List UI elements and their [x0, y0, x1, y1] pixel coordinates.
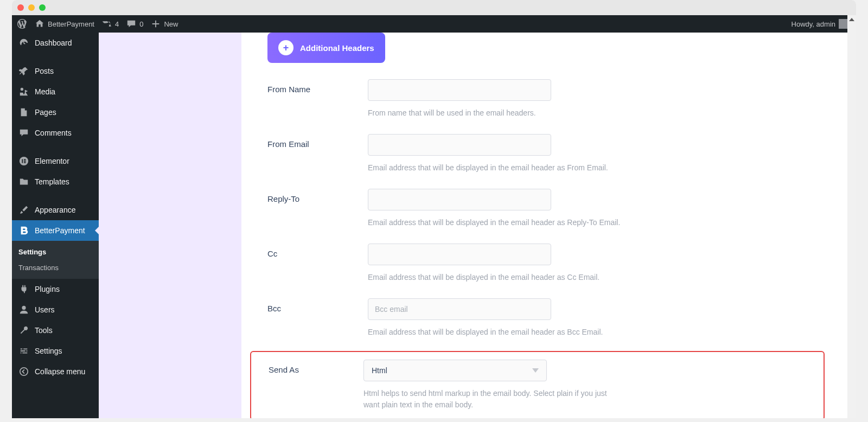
settings-side-panel	[99, 33, 241, 418]
comments-count: 0	[139, 20, 143, 28]
reply-to-label: Reply-To	[267, 189, 368, 228]
vertical-scrollbar[interactable]	[847, 15, 856, 418]
close-window-icon[interactable]	[17, 4, 24, 11]
comment-icon	[126, 19, 136, 29]
additional-headers-button[interactable]: + Additional Headers	[267, 33, 385, 63]
updates-count: 4	[115, 20, 119, 28]
chevron-down-icon	[532, 368, 539, 373]
from-email-label: From Email	[267, 134, 368, 174]
page-icon	[18, 107, 29, 118]
pin-icon	[18, 66, 29, 76]
from-name-hint: From name that will be used in the email…	[368, 101, 623, 119]
send-as-label: Send As	[269, 360, 363, 411]
menu-pages[interactable]: Pages	[12, 102, 99, 123]
bcc-hint: Email address that will be displayed in …	[368, 320, 623, 338]
wp-logo[interactable]	[17, 19, 27, 29]
submenu-settings[interactable]: Settings	[12, 244, 99, 260]
field-send-as: Send As Html Html helps to send html mar…	[269, 357, 810, 411]
svg-rect-4	[24, 162, 26, 163]
from-name-input[interactable]	[368, 79, 551, 101]
sliders-icon	[18, 346, 29, 356]
menu-label: Dashboard	[35, 39, 72, 47]
home-icon	[35, 19, 44, 29]
field-reply-to: Reply-To Email address that will be disp…	[267, 187, 830, 241]
menu-label: Collapse menu	[35, 367, 85, 376]
svg-rect-3	[24, 161, 26, 162]
dashboard-icon	[18, 37, 29, 48]
betterpayment-icon	[18, 225, 29, 236]
menu-label: Users	[35, 305, 55, 314]
submenu-transactions[interactable]: Transactions	[12, 260, 99, 276]
menu-elementor[interactable]: Elementor	[12, 151, 99, 171]
cc-input[interactable]	[368, 244, 551, 265]
menu-tools[interactable]: Tools	[12, 320, 99, 341]
menu-label: Media	[35, 87, 55, 96]
wrench-icon	[18, 325, 29, 336]
svg-rect-1	[22, 159, 23, 163]
maximize-window-icon[interactable]	[39, 4, 46, 11]
send-as-select[interactable]: Html	[363, 360, 547, 381]
folder-icon	[18, 176, 29, 187]
cc-hint: Email address that will be displayed in …	[368, 265, 623, 283]
menu-label: Tools	[35, 326, 53, 335]
site-name-link[interactable]: BetterPayment	[35, 19, 94, 29]
comments-link[interactable]: 0	[126, 19, 143, 29]
plus-circle-icon: +	[278, 40, 293, 55]
howdy-text: Howdy, admin	[792, 20, 835, 28]
svg-point-5	[22, 306, 25, 310]
highlighted-send-as-section: Send As Html Html helps to send html mar…	[250, 351, 825, 418]
menu-media[interactable]: Media	[12, 81, 99, 102]
field-bcc: Bcc Email address that will be displayed…	[267, 296, 830, 351]
menu-comments[interactable]: Comments	[12, 123, 99, 143]
cc-label: Cc	[267, 244, 368, 283]
from-name-label: From Name	[267, 79, 368, 119]
collapse-menu[interactable]: Collapse menu	[12, 361, 99, 382]
media-icon	[18, 86, 29, 97]
menu-plugins[interactable]: Plugins	[12, 279, 99, 299]
site-name: BetterPayment	[48, 20, 94, 28]
settings-main-panel: + Additional Headers From Name From name…	[241, 33, 856, 418]
field-from-email: From Email Email address that will be di…	[267, 132, 830, 187]
update-icon	[102, 19, 112, 29]
scroll-up-arrow-icon[interactable]	[847, 15, 856, 24]
bcc-label: Bcc	[267, 298, 368, 338]
svg-point-6	[20, 368, 28, 375]
menu-label: Plugins	[35, 285, 60, 293]
menu-appearance[interactable]: Appearance	[12, 200, 99, 220]
submenu-betterpayment: Settings Transactions	[12, 241, 99, 279]
additional-headers-label: Additional Headers	[300, 43, 374, 53]
menu-label: Elementor	[35, 157, 69, 165]
menu-label: Posts	[35, 67, 54, 75]
menu-label: BetterPayment	[35, 226, 85, 235]
menu-posts[interactable]: Posts	[12, 61, 99, 81]
mac-titlebar	[12, 0, 856, 15]
wp-admin-bar: BetterPayment 4 0 New Howdy, admin	[12, 15, 856, 33]
wordpress-icon	[17, 19, 27, 29]
menu-templates[interactable]: Templates	[12, 171, 99, 192]
minimize-window-icon[interactable]	[28, 4, 35, 11]
user-icon	[18, 304, 29, 315]
elementor-icon	[18, 156, 29, 167]
updates-link[interactable]: 4	[102, 19, 119, 29]
reply-to-input[interactable]	[368, 189, 551, 210]
menu-dashboard[interactable]: Dashboard	[12, 33, 99, 53]
comments-icon	[18, 127, 29, 138]
brush-icon	[18, 204, 29, 215]
field-from-name: From Name From name that will be used in…	[267, 77, 830, 132]
plug-icon	[18, 284, 29, 295]
menu-users[interactable]: Users	[12, 299, 99, 320]
bcc-input[interactable]	[368, 298, 551, 320]
menu-betterpayment[interactable]: BetterPayment	[12, 220, 99, 241]
menu-label: Comments	[35, 129, 72, 137]
howdy-link[interactable]: Howdy, admin	[792, 19, 848, 29]
from-email-hint: Email address that will be displayed in …	[368, 156, 623, 174]
admin-sidebar: Dashboard Posts Media Pages Comments	[12, 33, 99, 418]
from-email-input[interactable]	[368, 134, 551, 156]
send-as-hint: Html helps to send html markup in the em…	[363, 381, 618, 411]
plus-icon	[151, 19, 161, 29]
send-as-value: Html	[372, 366, 387, 375]
menu-settings[interactable]: Settings	[12, 341, 99, 361]
menu-label: Pages	[35, 108, 56, 117]
new-content-link[interactable]: New	[151, 19, 178, 29]
field-cc: Cc Email address that will be displayed …	[267, 241, 830, 296]
